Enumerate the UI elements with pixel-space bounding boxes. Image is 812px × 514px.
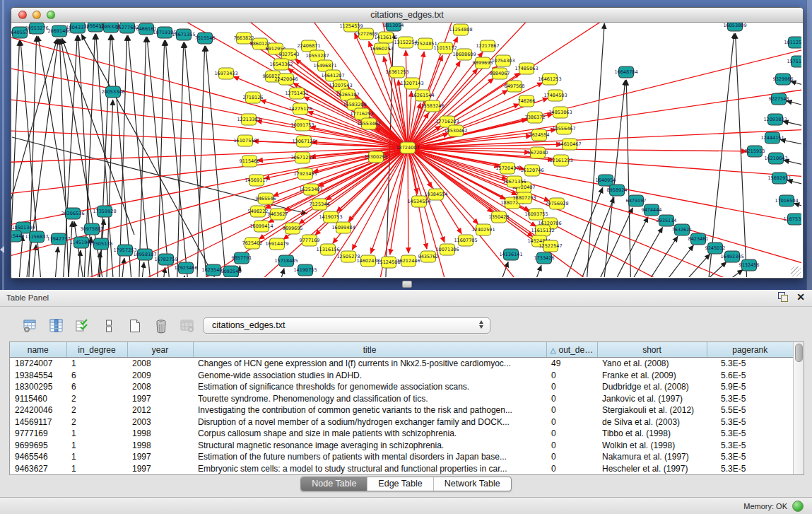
- graph-node[interactable]: 13207143: [400, 78, 423, 89]
- graph-node[interactable]: 9092545: [221, 266, 242, 277]
- graph-node[interactable]: 9884067: [490, 68, 510, 79]
- new-table-button[interactable]: [126, 317, 144, 335]
- row-height-button[interactable]: [100, 317, 118, 335]
- table-row[interactable]: 977716911998Corpus callosum shape and si…: [10, 428, 793, 439]
- table-cell[interactable]: Estimation of significance thresholds fo…: [193, 381, 546, 392]
- graph-node[interactable]: 10556467: [552, 123, 575, 134]
- table-cell[interactable]: 6: [66, 370, 127, 381]
- graph-node[interactable]: 20053346: [101, 86, 124, 98]
- table-cell[interactable]: 1997: [127, 462, 193, 474]
- table-cell[interactable]: 1998: [127, 428, 193, 439]
- table-cell[interactable]: 9465546: [10, 451, 66, 462]
- table-cell[interactable]: Tibbo et al. (1998): [597, 428, 707, 439]
- graph-node[interactable]: 16648784: [614, 66, 637, 78]
- graph-node[interactable]: 10754303: [491, 55, 514, 66]
- table-cell[interactable]: 0: [546, 392, 597, 404]
- graph-node[interactable]: 16120746: [520, 165, 543, 176]
- graph-node[interactable]: 5498222: [248, 206, 269, 217]
- graph-node[interactable]: 9699695: [283, 223, 303, 234]
- graph-node[interactable]: 8958924: [607, 185, 628, 196]
- graph-node[interactable]: 12217867: [476, 40, 499, 52]
- graph-node[interactable]: 16099484: [331, 222, 355, 233]
- graph-node[interactable]: 14190755: [293, 264, 317, 276]
- table-cell[interactable]: 22420046: [10, 404, 66, 416]
- table-cell[interactable]: 1: [66, 451, 127, 462]
- graph-node[interactable]: 12213303: [237, 114, 260, 125]
- graph-node[interactable]: 9227343: [769, 93, 789, 105]
- column-header-year[interactable]: year: [127, 342, 193, 358]
- graph-node[interactable]: 9857791: [232, 252, 252, 264]
- table-cell[interactable]: Franke et al. (2009): [597, 370, 707, 381]
- table-cell[interactable]: 0: [546, 439, 597, 450]
- graph-node[interactable]: 9115460: [240, 156, 260, 167]
- graph-node[interactable]: 14136141: [499, 249, 522, 260]
- table-cell[interactable]: Genome-wide association studies in ADHD.: [193, 370, 546, 381]
- table-cell[interactable]: 0: [546, 416, 597, 427]
- table-cell[interactable]: 1: [66, 439, 127, 450]
- table-cell[interactable]: Stergiakouli et al. (2012): [597, 404, 707, 416]
- graph-node[interactable]: 8423461: [688, 233, 709, 245]
- table-cell[interactable]: 2012: [127, 404, 193, 416]
- window-resize-grip[interactable]: [791, 267, 801, 276]
- table-cell[interactable]: 2: [66, 416, 127, 427]
- scrollbar-thumb[interactable]: [795, 344, 803, 362]
- table-cell[interactable]: 5.3E-5: [707, 416, 793, 427]
- table-cell[interactable]: 5.6E-5: [707, 370, 793, 381]
- table-cell[interactable]: 9777169: [10, 428, 66, 439]
- graph-node[interactable]: 16973433: [214, 68, 237, 79]
- graph-node[interactable]: 17484503: [543, 90, 567, 101]
- table-cell[interactable]: 5.3E-5: [707, 392, 793, 404]
- table-cell[interactable]: 5.3E-5: [707, 428, 793, 439]
- column-header-name[interactable]: name: [10, 342, 66, 358]
- graph-node[interactable]: 9245012: [705, 243, 726, 254]
- graph-node[interactable]: 9463627: [268, 209, 288, 220]
- table-cell[interactable]: Corpus callosum shape and size in male p…: [193, 428, 546, 439]
- graph-node[interactable]: 10071306: [435, 244, 459, 255]
- table-cell[interactable]: 5.3E-5: [707, 439, 793, 450]
- graph-node[interactable]: 16210643: [764, 153, 787, 164]
- table-cell[interactable]: 2008: [127, 358, 193, 370]
- table-cell[interactable]: Dudbridge et al. (2008): [597, 381, 707, 392]
- graph-node[interactable]: 6497568: [505, 81, 525, 92]
- table-cell[interactable]: 2: [66, 392, 127, 404]
- column-header-short[interactable]: short: [597, 342, 707, 358]
- graph-node[interactable]: 10112534: [784, 37, 801, 48]
- graph-node[interactable]: 8215953: [745, 146, 765, 157]
- table-cell[interactable]: 18300295: [10, 381, 66, 392]
- table-row[interactable]: 1456911722003Disruption of a novel membe…: [10, 416, 793, 427]
- graph-node[interactable]: 8813054: [384, 23, 404, 31]
- graph-node[interactable]: 9329966: [773, 74, 794, 85]
- graph-node[interactable]: 9465546: [256, 193, 276, 204]
- table-cell[interactable]: 9463627: [10, 462, 66, 474]
- graph-node[interactable]: 1733426: [534, 252, 555, 264]
- table-cell[interactable]: Jankovic et al. (1997): [597, 392, 707, 404]
- graph-node[interactable]: 6879197: [626, 195, 647, 206]
- graph-node[interactable]: 16914479: [265, 238, 288, 250]
- graph-node[interactable]: 7632621: [672, 224, 693, 235]
- graph-node[interactable]: 17016504: [775, 195, 798, 206]
- graph-node[interactable]: 20206536: [61, 208, 84, 219]
- memory-ok-indicator-icon[interactable]: [792, 501, 804, 512]
- graph-node[interactable]: 7515546: [195, 33, 216, 44]
- graph-node[interactable]: 12161253: [549, 155, 572, 166]
- table-cell[interactable]: 5.3E-5: [707, 462, 793, 474]
- graph-node[interactable]: 16492345: [720, 251, 743, 262]
- table-row[interactable]: 2242004622012Investigating the contribut…: [10, 404, 793, 416]
- graph-node[interactable]: 13067125: [292, 136, 315, 147]
- table-cell[interactable]: 1: [66, 358, 127, 370]
- table-cell[interactable]: 0: [546, 381, 597, 392]
- tab-edge-table[interactable]: Edge Table: [367, 477, 433, 491]
- close-window-button[interactable]: [18, 11, 27, 19]
- table-cell[interactable]: 6: [66, 381, 127, 392]
- table-cell[interactable]: 5.9E-5: [707, 381, 793, 392]
- table-row[interactable]: 911546021997Tourette syndrome. Phenomeno…: [10, 392, 793, 404]
- select-column-button[interactable]: [47, 317, 66, 335]
- table-cell[interactable]: Tourette syndrome. Phenomenology and cla…: [193, 392, 546, 404]
- table-cell[interactable]: 0: [546, 428, 597, 439]
- graph-node[interactable]: 79756928: [545, 198, 568, 209]
- graph-node[interactable]: 16107558: [233, 135, 257, 146]
- table-vertical-scrollbar[interactable]: [793, 342, 804, 474]
- table-cell[interactable]: 2: [66, 404, 127, 416]
- graph-node[interactable]: 11607705: [454, 235, 477, 246]
- table-cell[interactable]: 0: [546, 370, 597, 381]
